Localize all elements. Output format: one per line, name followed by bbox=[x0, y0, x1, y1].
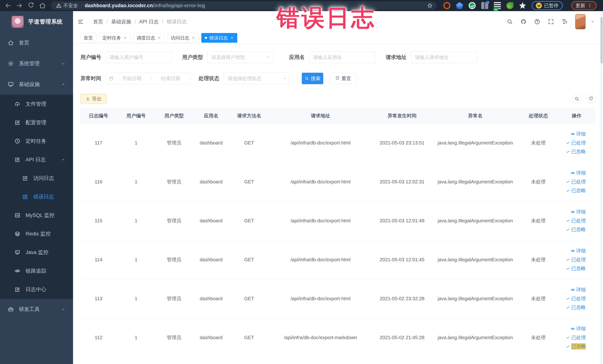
user-id-input[interactable] bbox=[106, 52, 172, 63]
forward-icon[interactable] bbox=[16, 2, 23, 9]
action-已处理[interactable]: 已处理 bbox=[566, 218, 586, 224]
user-id-field[interactable] bbox=[110, 55, 168, 60]
sidebar-item-access-log[interactable]: 访问日志 bbox=[0, 169, 73, 188]
extension-grid-icon[interactable] bbox=[481, 2, 488, 9]
end-date-placeholder[interactable]: 结束日期 bbox=[154, 75, 187, 82]
sidebar-item-label: Java 监控 bbox=[26, 249, 48, 256]
tab-close-icon[interactable] bbox=[157, 36, 161, 40]
sidebar-item-api-log[interactable]: API 日志 bbox=[0, 150, 73, 169]
refresh-table-button[interactable] bbox=[586, 94, 596, 104]
paused-extension-chip[interactable]: 已暂停 bbox=[532, 1, 563, 10]
sidebar-item-redis[interactable]: Redis 监控 bbox=[0, 224, 73, 243]
search-icon[interactable] bbox=[507, 19, 513, 25]
cell: 1 bbox=[116, 179, 156, 185]
tab-错误日志[interactable]: 错误日志 bbox=[201, 33, 237, 43]
extension-leaf-icon[interactable] bbox=[506, 2, 513, 9]
exception-time-range-picker[interactable]: 开始日期 - 结束日期 bbox=[106, 73, 190, 84]
sidebar-item-mysql[interactable]: MySQL 监控 bbox=[0, 206, 73, 224]
browser-menu-dots-icon[interactable] bbox=[587, 3, 592, 8]
search-button[interactable]: 搜索 bbox=[302, 73, 323, 84]
action-已处理[interactable]: 已处理 bbox=[566, 335, 586, 341]
sidebar-item-file[interactable]: 文件管理 bbox=[0, 95, 73, 113]
app-logo-row[interactable]: 芋道管理系统 bbox=[0, 11, 73, 33]
sidebar-item-dev-tools[interactable]: 研发工具 bbox=[0, 299, 73, 320]
url-text[interactable]: dashboard.yudao.iocoder.cn/infra/log/api… bbox=[85, 3, 425, 9]
browser-update-chip[interactable]: 更新 bbox=[571, 1, 596, 10]
font-size-icon[interactable] bbox=[561, 19, 568, 25]
tab-close-icon[interactable] bbox=[123, 36, 127, 40]
action-已忽略[interactable]: 已忽略 bbox=[566, 343, 586, 350]
sidebar-item-home[interactable]: 首页 bbox=[0, 33, 73, 53]
security-label[interactable]: 不安全 bbox=[63, 2, 78, 9]
sidebar-collapse-icon[interactable] bbox=[77, 19, 84, 25]
sidebar-item-error-log[interactable]: 错误日志 bbox=[0, 188, 73, 206]
check-icon bbox=[566, 188, 570, 193]
action-详细[interactable]: 详细 bbox=[570, 209, 586, 215]
home-nav-icon[interactable] bbox=[39, 2, 46, 9]
sidebar-item-system[interactable]: 系统管理 bbox=[0, 53, 73, 74]
export-button[interactable]: 导出 bbox=[81, 94, 107, 104]
user-type-select[interactable]: 请选择用户类型 bbox=[208, 52, 274, 63]
extension-orange-icon[interactable] bbox=[443, 2, 451, 9]
action-详细[interactable]: 详细 bbox=[570, 287, 586, 293]
help-icon[interactable] bbox=[534, 19, 540, 25]
cell: 2021-05-03 12:01:45 bbox=[372, 257, 432, 263]
tab-定时任务[interactable]: 定时任务 bbox=[99, 33, 130, 43]
extension-switch-icon[interactable]: on bbox=[494, 2, 501, 9]
tab-访问日志[interactable]: 访问日志 bbox=[167, 33, 199, 43]
start-date-placeholder[interactable]: 开始日期 bbox=[115, 75, 149, 82]
cell: java.lang.IllegalArgumentException bbox=[432, 295, 519, 302]
sidebar-item-job[interactable]: 定时任务 bbox=[0, 132, 73, 150]
action-详细[interactable]: 详细 bbox=[570, 326, 586, 332]
tab-首页[interactable]: 首页 bbox=[80, 33, 96, 43]
process-status-select[interactable]: 请选择处理状态 bbox=[224, 73, 290, 84]
sidebar-item-trace[interactable]: 链路追踪 bbox=[0, 262, 73, 280]
action-详细[interactable]: 详细 bbox=[570, 248, 586, 254]
action-label: 已忽略 bbox=[571, 343, 586, 350]
breadcrumb-item[interactable]: 基础设施 bbox=[111, 18, 131, 25]
tab-close-icon[interactable] bbox=[191, 36, 195, 40]
action-已处理[interactable]: 已处理 bbox=[566, 179, 586, 185]
page-scrollbar[interactable] bbox=[600, 11, 603, 364]
action-详细[interactable]: 详细 bbox=[570, 131, 586, 137]
github-icon[interactable] bbox=[520, 19, 527, 25]
extension-blue-shield-icon[interactable] bbox=[456, 2, 463, 9]
bookmark-star-icon[interactable] bbox=[427, 2, 433, 9]
tab-调度日志[interactable]: 调度日志 bbox=[133, 33, 165, 43]
action-已忽略[interactable]: 已忽略 bbox=[566, 226, 586, 233]
extension-star-icon[interactable] bbox=[519, 2, 526, 9]
sidebar-item-label: 定时任务 bbox=[26, 138, 46, 145]
fullscreen-icon[interactable] bbox=[548, 19, 554, 25]
app-name-input[interactable] bbox=[309, 52, 375, 63]
cell: GET bbox=[230, 218, 269, 224]
cell: /api/infra/db-doc/export-markdown bbox=[269, 335, 372, 341]
action-已忽略[interactable]: 已忽略 bbox=[566, 265, 586, 272]
reload-icon[interactable] bbox=[27, 2, 35, 9]
request-url-input[interactable] bbox=[411, 52, 477, 63]
sidebar-item-java[interactable]: Java 监控 bbox=[0, 243, 73, 262]
breadcrumb-item[interactable]: API 日志 bbox=[139, 18, 159, 25]
action-已处理[interactable]: 已处理 bbox=[566, 140, 586, 146]
action-详细[interactable]: 详细 bbox=[570, 170, 586, 176]
toggle-search-button[interactable] bbox=[572, 94, 581, 104]
request-url-field[interactable] bbox=[415, 55, 473, 60]
avatar-caret-down-icon[interactable] bbox=[590, 20, 595, 24]
action-已忽略[interactable]: 已忽略 bbox=[566, 149, 586, 155]
cell: 管理员 bbox=[156, 257, 193, 263]
app-name-field[interactable] bbox=[313, 55, 371, 60]
action-已处理[interactable]: 已处理 bbox=[566, 295, 586, 302]
breadcrumb-item[interactable]: 首页 bbox=[93, 18, 103, 25]
action-已处理[interactable]: 已处理 bbox=[566, 257, 586, 263]
extension-green-check-icon[interactable] bbox=[469, 2, 476, 9]
scrollbar-thumb[interactable] bbox=[601, 17, 603, 63]
reset-button[interactable]: 重置 bbox=[330, 73, 356, 84]
back-icon[interactable] bbox=[4, 2, 12, 9]
tab-close-icon[interactable] bbox=[230, 36, 234, 40]
address-bar[interactable]: 不安全 dashboard.yudao.iocoder.cn/infra/log… bbox=[51, 1, 437, 10]
user-avatar[interactable] bbox=[575, 14, 586, 29]
action-已忽略[interactable]: 已忽略 bbox=[566, 304, 586, 311]
action-已忽略[interactable]: 已忽略 bbox=[566, 188, 586, 194]
sidebar-item-infra[interactable]: 基础设施 bbox=[0, 74, 73, 95]
sidebar-item-config[interactable]: 配置管理 bbox=[0, 113, 73, 132]
sidebar-item-log-center[interactable]: 日志中心 bbox=[0, 280, 73, 299]
